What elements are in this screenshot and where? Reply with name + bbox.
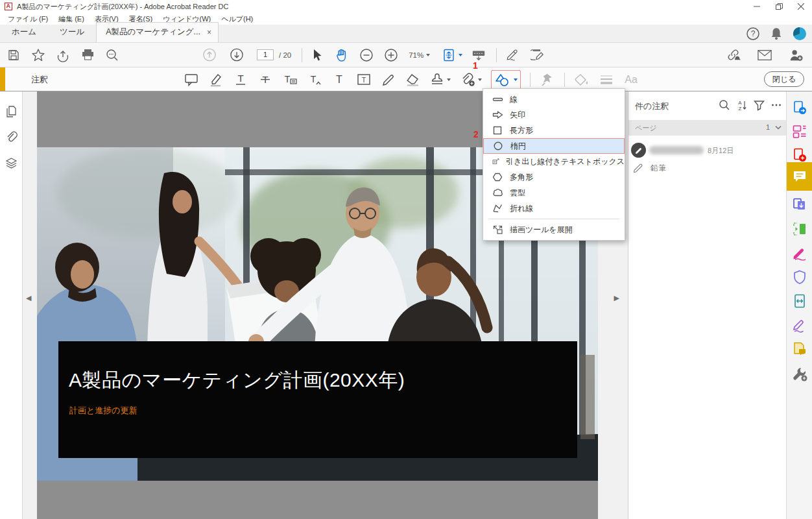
insert-text-icon[interactable]: T	[307, 71, 322, 88]
page-group-header[interactable]: ページ 1	[628, 120, 787, 136]
slide-title-banner: A製品のマーケティング計画(20XX年) 計画と進捗の更新	[58, 341, 577, 458]
close-window-button[interactable]	[790, 0, 812, 13]
export-pdf-icon[interactable]	[792, 100, 807, 115]
sort-comments-icon[interactable]: AZ	[737, 99, 747, 111]
next-page-side-arrow[interactable]: ▶	[614, 294, 619, 302]
menu-separator	[488, 219, 619, 219]
hand-tool-icon[interactable]	[335, 48, 349, 62]
request-signature-icon[interactable]	[792, 317, 807, 333]
tab-document[interactable]: A製品のマーケティング... ×	[96, 22, 219, 42]
zoom-level-value[interactable]: 71%	[409, 51, 424, 59]
share-upload-icon[interactable]	[56, 48, 70, 62]
zoom-dropdown-caret[interactable]	[426, 54, 430, 56]
next-page-icon[interactable]	[230, 48, 244, 62]
sign-pen-icon[interactable]	[506, 48, 520, 62]
comments-panel-header: 件の注釈	[635, 101, 669, 112]
line-thickness-icon	[599, 71, 614, 88]
svg-text:T: T	[237, 73, 243, 84]
polyline-shape-icon	[492, 203, 503, 213]
search-comments-icon[interactable]	[719, 99, 730, 111]
export-convert-icon[interactable]	[792, 197, 807, 213]
cloud-shape-icon	[492, 187, 503, 198]
tab-home[interactable]: ホーム	[0, 23, 48, 42]
drawing-tools-button[interactable]	[491, 70, 521, 90]
protect-pdf-icon[interactable]	[792, 269, 807, 285]
layers-icon[interactable]	[5, 156, 18, 170]
menu-item-ellipse[interactable]: 楕円	[483, 138, 625, 154]
comments-panel: 件の注釈 AZ ページ 1 8月12日 鉛筆	[628, 91, 786, 519]
rectangle-shape-icon	[492, 125, 503, 136]
page-group-count: 1	[766, 123, 770, 131]
star-favorite-icon[interactable]	[31, 48, 45, 62]
underline-text-icon[interactable]: T	[233, 71, 248, 88]
tools-rail	[786, 91, 812, 519]
find-icon[interactable]	[105, 48, 119, 62]
pin-keep-tool-icon[interactable]	[540, 71, 555, 88]
previous-page-side-arrow[interactable]: ◀	[26, 294, 31, 302]
create-pdf-icon[interactable]	[792, 147, 807, 163]
help-icon[interactable]: ?	[746, 27, 760, 41]
menu-item-cloud[interactable]: 雲型	[483, 185, 625, 200]
close-annotation-button[interactable]: 閉じる	[764, 71, 804, 87]
fit-page-button[interactable]	[442, 48, 462, 62]
zoom-out-icon[interactable]	[359, 48, 374, 62]
comment-avatar	[631, 143, 646, 158]
tab-tools[interactable]: ツール	[48, 23, 96, 42]
page-number-input[interactable]: 1	[257, 49, 274, 60]
compress-pdf-icon[interactable]	[792, 293, 807, 309]
attachments-clip-icon[interactable]	[5, 130, 18, 144]
notifications-bell-icon[interactable]	[769, 27, 783, 41]
menu-item-arrow[interactable]: 矢印	[483, 107, 625, 123]
scan-ocr-icon[interactable]	[792, 221, 807, 237]
acrobat-window: A製品のマーケティング計画(20XX年) - Adobe Acrobat Rea…	[0, 0, 812, 519]
more-tools-icon[interactable]	[792, 366, 807, 381]
share-link-icon[interactable]	[726, 48, 741, 62]
attach-file-button[interactable]	[460, 73, 482, 87]
save-icon[interactable]	[6, 48, 21, 62]
drawing-tools-caret[interactable]	[514, 78, 518, 81]
menu-item-line[interactable]: 線	[483, 91, 625, 107]
zoom-in-icon[interactable]	[384, 48, 398, 62]
eraser-icon[interactable]	[405, 71, 421, 88]
expand-tools-icon	[492, 224, 503, 235]
menu-item-expand-drawing-tools[interactable]: 描画ツールを展開	[483, 222, 625, 237]
menu-help[interactable]: ヘルプ(H)	[216, 13, 258, 25]
draw-pencil-icon[interactable]	[381, 71, 396, 88]
fill-sign-icon[interactable]	[531, 48, 545, 62]
add-text-icon[interactable]: T	[331, 71, 347, 88]
replace-text-icon[interactable]: T	[282, 71, 298, 88]
menu-item-text-callout[interactable]: 引き出し線付きテキストボックス	[483, 154, 625, 169]
account-avatar[interactable]	[793, 27, 807, 41]
menu-item-polygon[interactable]: 多角形	[483, 169, 625, 185]
ellipse-shape-icon	[493, 141, 504, 151]
tab-bar: ホーム ツール A製品のマーケティング... × ?	[0, 25, 812, 43]
fill-sign-tool-icon[interactable]	[792, 245, 807, 261]
restore-button[interactable]	[768, 0, 790, 13]
annotation-toolbar: 注釈 T T T T T T	[0, 67, 812, 91]
step-marker-1: 1	[473, 60, 478, 71]
tab-close-icon[interactable]: ×	[207, 28, 211, 37]
comment-tool-icon[interactable]	[792, 169, 807, 184]
menu-item-polyline[interactable]: 折れ線	[483, 200, 625, 216]
highlight-text-icon[interactable]	[208, 71, 224, 88]
page-thumbnails-icon[interactable]	[5, 104, 18, 118]
strikethrough-text-icon[interactable]: T	[257, 71, 273, 88]
text-box-icon[interactable]: T	[356, 71, 372, 88]
select-tool-icon[interactable]	[310, 48, 324, 62]
filter-comments-icon[interactable]	[754, 100, 765, 111]
more-options-icon[interactable]	[771, 100, 782, 110]
svg-text:?: ?	[751, 29, 756, 38]
collapse-group-chevron-icon[interactable]	[775, 125, 782, 130]
menu-item-rectangle[interactable]: 長方形	[483, 123, 625, 138]
previous-page-icon[interactable]	[202, 48, 217, 62]
print-icon[interactable]	[80, 48, 95, 62]
sticky-note-icon[interactable]	[184, 71, 199, 88]
add-person-icon[interactable]	[789, 48, 803, 62]
email-icon[interactable]	[758, 48, 772, 62]
minimize-button[interactable]	[746, 0, 768, 13]
stamp-tool-button[interactable]	[430, 73, 451, 87]
sticky-comment-doc-icon[interactable]	[792, 341, 807, 357]
line-shape-icon	[492, 94, 503, 104]
organize-pages-icon[interactable]	[792, 124, 807, 139]
arrow-shape-icon	[492, 110, 503, 120]
